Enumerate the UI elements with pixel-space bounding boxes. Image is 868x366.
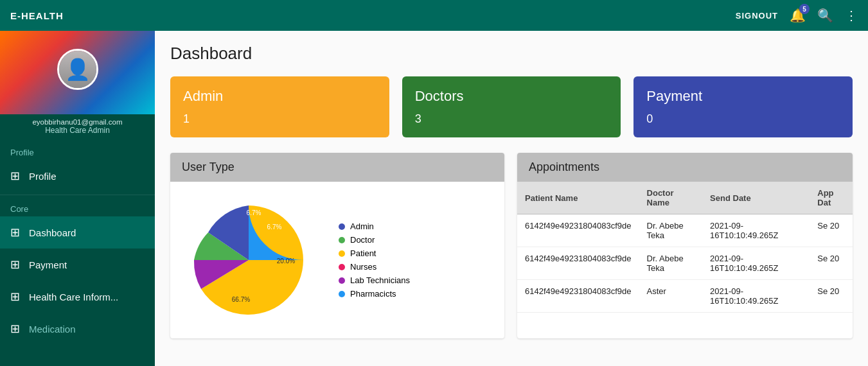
sidebar-item-medication-label: Medication	[29, 324, 76, 335]
table-row: 6142f49e49231804083cf9de Aster 2021-09-1…	[517, 280, 853, 313]
stat-card-payment-title: Payment	[646, 88, 840, 105]
stat-card-doctors-title: Doctors	[415, 88, 608, 105]
legend-label-nurses: Nurses	[350, 262, 376, 272]
cell-send-date: 2021-09-16T10:10:49.265Z	[702, 247, 810, 280]
sidebar-item-profile-label: Profile	[29, 171, 57, 182]
sidebar-item-profile[interactable]: ⊞ Profile	[0, 160, 155, 192]
appointments-panel-body: Patient Name Doctor Name Send Date App D…	[517, 182, 853, 313]
layout: 👤 eyobbirhanu01@gmail.com Health Care Ad…	[0, 31, 868, 366]
sidebar-section-profile: Profile	[0, 141, 155, 160]
label-patient: 66.7%	[232, 296, 250, 303]
cell-app-date: Se 20	[810, 214, 853, 247]
label-pharmacicts: 20.0%	[277, 257, 295, 265]
medication-icon: ⊞	[10, 322, 20, 336]
col-app-date: App Dat	[810, 182, 853, 214]
sidebar-item-healthcare[interactable]: ⊞ Health Care Inform...	[0, 281, 155, 313]
stat-card-payment-value: 0	[646, 112, 840, 126]
table-header-row: Patient Name Doctor Name Send Date App D…	[517, 182, 853, 214]
profile-icon: ⊞	[10, 169, 20, 183]
sidebar-email: eyobbirhanu01@gmail.com	[5, 118, 150, 126]
col-patient-name: Patient Name	[517, 182, 639, 214]
avatar: 👤	[57, 49, 98, 90]
user-type-panel-body: 6.7% 6.7% 20.0% 66.7% Admin	[170, 182, 504, 338]
legend-label-pharmacicts: Pharmacicts	[350, 289, 396, 299]
col-doctor-name: Doctor Name	[639, 182, 703, 214]
sidebar: 👤 eyobbirhanu01@gmail.com Health Care Ad…	[0, 31, 155, 366]
legend-lab-tech: Lab Technicians	[339, 275, 410, 285]
stat-card-doctors-value: 3	[415, 112, 608, 126]
legend-dot-patient	[339, 250, 345, 257]
more-options-icon[interactable]: ⋮	[845, 8, 858, 23]
sidebar-item-dashboard[interactable]: ⊞ Dashboard	[0, 216, 155, 248]
legend-nurses: Nurses	[339, 262, 410, 272]
cell-patient: 6142f49e49231804083cf9de	[517, 247, 639, 280]
sidebar-profile-bg: 👤	[0, 31, 155, 114]
cell-patient: 6142f49e49231804083cf9de	[517, 280, 639, 313]
avatar-image: 👤	[59, 51, 96, 88]
legend-label-doctor: Doctor	[350, 235, 375, 245]
stat-card-admin: Admin 1	[170, 76, 389, 137]
topbar-actions: SIGNOUT 🔔 5 🔍 ⋮	[736, 8, 858, 23]
cell-app-date: Se 20	[810, 280, 853, 313]
payment-icon: ⊞	[10, 257, 20, 272]
label-doctor: 6.7%	[267, 223, 282, 231]
signout-button[interactable]: SIGNOUT	[736, 11, 778, 21]
appointments-panel: Appointments Patient Name Doctor Name Se…	[517, 153, 853, 338]
cell-send-date: 2021-09-16T10:10:49.265Z	[702, 280, 810, 313]
sidebar-item-payment[interactable]: ⊞ Payment	[0, 248, 155, 281]
pie-chart: 6.7% 6.7% 20.0% 66.7%	[184, 196, 326, 324]
legend-label-patient: Patient	[350, 248, 376, 258]
table-row: 6142f49e49231804083cf9de Dr. Abebe Teka …	[517, 214, 853, 247]
cell-send-date: 2021-09-16T10:10:49.265Z	[702, 214, 810, 247]
table-row: 6142f49e49231804083cf9de Dr. Abebe Teka …	[517, 247, 853, 280]
appointments-panel-header: Appointments	[517, 153, 853, 182]
stats-row: Admin 1 Doctors 3 Payment 0	[170, 76, 853, 137]
legend-dot-doctor	[339, 237, 345, 243]
legend-doctor: Doctor	[339, 235, 410, 245]
page-title: Dashboard	[170, 44, 853, 64]
healthcare-icon: ⊞	[10, 290, 20, 304]
legend-dot-nurses	[339, 264, 345, 270]
legend-dot-admin	[339, 223, 345, 230]
label-admin: 6.7%	[247, 209, 261, 216]
cell-app-date: Se 20	[810, 247, 853, 280]
legend-dot-pharmacicts	[339, 291, 345, 297]
cell-doctor: Aster	[639, 280, 703, 313]
sidebar-role: Health Care Admin	[5, 126, 150, 135]
legend-admin: Admin	[339, 222, 410, 231]
topbar: E-HEALTH SIGNOUT 🔔 5 🔍 ⋮	[0, 0, 868, 31]
sidebar-divider-1	[0, 195, 155, 195]
sidebar-item-medication[interactable]: ⊞ Medication	[0, 313, 155, 345]
stat-card-doctors: Doctors 3	[402, 76, 621, 137]
legend-patient: Patient	[339, 248, 410, 258]
legend-label-lab-tech: Lab Technicians	[350, 275, 410, 285]
panels-row: User Type	[170, 153, 853, 338]
user-type-panel-header: User Type	[170, 153, 504, 182]
cell-doctor: Dr. Abebe Teka	[639, 247, 703, 280]
table-head: Patient Name Doctor Name Send Date App D…	[517, 182, 853, 214]
user-type-panel: User Type	[170, 153, 504, 338]
chart-legend: Admin Doctor Patient	[339, 222, 410, 299]
app-title: E-HEALTH	[10, 10, 736, 21]
table-body: 6142f49e49231804083cf9de Dr. Abebe Teka …	[517, 214, 853, 313]
cell-patient: 6142f49e49231804083cf9de	[517, 214, 639, 247]
stat-card-admin-title: Admin	[183, 88, 376, 105]
cell-doctor: Dr. Abebe Teka	[639, 214, 703, 247]
sidebar-item-dashboard-label: Dashboard	[29, 227, 76, 238]
legend-pharmacicts: Pharmacicts	[339, 289, 410, 299]
sidebar-section-core: Core	[0, 198, 155, 216]
search-icon[interactable]: 🔍	[817, 8, 833, 23]
stat-card-payment: Payment 0	[633, 76, 853, 137]
notification-badge: 5	[799, 4, 810, 14]
legend-label-admin: Admin	[350, 222, 374, 231]
chart-area: 6.7% 6.7% 20.0% 66.7% Admin	[178, 189, 497, 331]
legend-dot-lab-tech	[339, 277, 345, 284]
appointments-table: Patient Name Doctor Name Send Date App D…	[517, 182, 853, 313]
sidebar-item-healthcare-label: Health Care Inform...	[29, 292, 118, 302]
col-send-date: Send Date	[702, 182, 810, 214]
dashboard-icon: ⊞	[10, 225, 20, 240]
notification-icon[interactable]: 🔔 5	[790, 8, 806, 23]
sidebar-user-info: eyobbirhanu01@gmail.com Health Care Admi…	[0, 114, 155, 141]
sidebar-item-payment-label: Payment	[29, 259, 67, 270]
stat-card-admin-value: 1	[183, 112, 376, 126]
